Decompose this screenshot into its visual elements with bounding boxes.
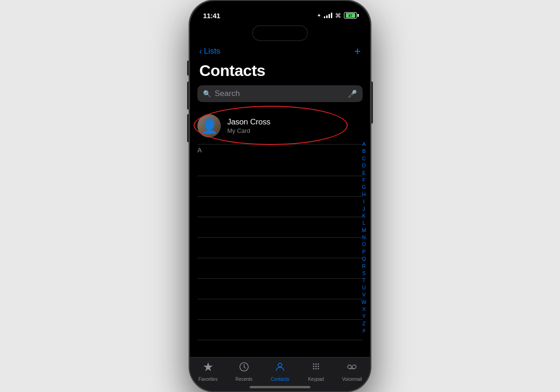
phone-frame: 11:41 ✦ ⌘ 87 [189, 0, 371, 392]
contact-subtitle: My Card [227, 127, 363, 134]
page-title: Contacts [190, 60, 370, 85]
battery-indicator: 87 [344, 12, 357, 19]
alpha-letter-O[interactable]: O [362, 241, 366, 248]
list-row [197, 299, 363, 320]
phone-wrapper: 11:41 ✦ ⌘ 87 [189, 0, 371, 392]
status-bar: 11:41 ✦ ⌘ 87 [190, 1, 370, 23]
alpha-letter-G[interactable]: G [362, 184, 366, 191]
section-header-a: A [190, 144, 370, 156]
svg-point-1 [278, 363, 282, 367]
alpha-letter-N[interactable]: N [362, 234, 366, 241]
alpha-letter-U[interactable]: U [362, 284, 366, 291]
alphabet-sidebar: ABCDEFGHIJKLMNOPQRSTUVWXYZ# [362, 141, 366, 335]
home-indicator [250, 386, 310, 388]
tab-label-favorites: Favorites [198, 377, 217, 382]
status-icons: ✦ ⌘ 87 [317, 12, 357, 19]
back-label: Lists [204, 47, 220, 56]
list-row [197, 279, 363, 299]
power-button[interactable] [371, 82, 373, 124]
alpha-letter-S[interactable]: S [362, 270, 365, 277]
contact-section: Jason Cross My Card [190, 110, 370, 142]
alpha-letter-F[interactable]: F [362, 177, 365, 184]
contact-name: Jason Cross [227, 117, 363, 127]
alpha-letter-K[interactable]: K [362, 213, 365, 220]
contact-info: Jason Cross My Card [227, 117, 363, 134]
signal-bar-3 [329, 14, 330, 18]
alpha-letter-M[interactable]: M [362, 227, 366, 234]
tab-icon-favorites [203, 361, 214, 375]
status-time: 11:41 [203, 12, 220, 20]
alpha-letter-T[interactable]: T [362, 277, 365, 284]
alpha-letter-L[interactable]: L [363, 220, 365, 227]
tab-label-keypad: Keypad [308, 377, 324, 382]
alpha-letter-Z[interactable]: Z [362, 320, 365, 327]
tab-contacts[interactable]: Contacts [266, 361, 294, 382]
tab-icon-voicemail [346, 361, 357, 375]
alpha-letter-W[interactable]: W [362, 299, 366, 306]
tab-label-voicemail: Voicemail [342, 377, 362, 382]
tab-voicemail[interactable]: Voicemail [338, 361, 366, 382]
list-row [197, 156, 363, 176]
alpha-letter-R[interactable]: R [362, 263, 366, 270]
alpha-letter-A[interactable]: A [362, 141, 365, 148]
list-items [190, 156, 370, 340]
svg-point-12 [352, 365, 356, 369]
signal-bar-2 [326, 15, 328, 18]
signal-bar-1 [324, 16, 325, 18]
svg-point-4 [318, 364, 319, 365]
battery-level: 87 [349, 14, 352, 17]
alpha-letter-P[interactable]: P [362, 248, 365, 255]
tab-keypad[interactable]: Keypad [302, 361, 330, 382]
alpha-letter-C[interactable]: C [362, 155, 366, 162]
signal-bars [324, 13, 332, 18]
svg-point-10 [318, 368, 319, 370]
chevron-left-icon: ‹ [199, 47, 202, 56]
search-bar[interactable]: 🔍 Search 🎤 [197, 85, 363, 102]
svg-point-6 [315, 366, 317, 367]
svg-point-9 [315, 368, 317, 370]
signal-bar-4 [331, 13, 332, 18]
alpha-letter-I[interactable]: I [363, 198, 364, 205]
contact-item-jason[interactable]: Jason Cross My Card [190, 110, 370, 142]
alpha-letter-J[interactable]: J [363, 206, 365, 213]
back-button[interactable]: ‹ Lists [199, 47, 220, 56]
alpha-letter-V[interactable]: V [362, 291, 365, 298]
list-row [197, 217, 363, 238]
tab-icon-keypad [310, 361, 322, 375]
nav-bar: ‹ Lists + [190, 41, 370, 60]
avatar [197, 114, 221, 138]
wifi-icon: ⌘ [335, 12, 341, 19]
alpha-letter-B[interactable]: B [362, 148, 365, 155]
list-row [197, 176, 363, 197]
svg-point-7 [318, 366, 319, 367]
list-row [197, 320, 363, 340]
tab-icon-contacts [274, 361, 286, 375]
list-row [197, 197, 363, 217]
svg-point-11 [348, 365, 351, 369]
search-icon: 🔍 [203, 90, 211, 97]
tab-icon-recents [238, 361, 250, 375]
alpha-letter-Y[interactable]: Y [362, 313, 365, 320]
list-row [197, 258, 363, 279]
alpha-letter-D[interactable]: D [362, 162, 366, 169]
svg-point-2 [313, 364, 315, 365]
tab-recents[interactable]: Recents [230, 361, 258, 382]
dynamic-island [252, 25, 308, 41]
svg-point-3 [315, 364, 317, 365]
microphone-icon[interactable]: 🎤 [348, 89, 357, 98]
add-button[interactable]: + [354, 45, 361, 58]
tab-label-recents: Recents [235, 377, 252, 382]
avatar-face [197, 114, 221, 138]
svg-point-8 [313, 368, 315, 370]
alpha-letter-#[interactable]: # [363, 327, 365, 334]
list-row [197, 238, 363, 258]
bluetooth-icon: ✦ [317, 13, 321, 19]
search-placeholder: Search [215, 89, 344, 98]
alpha-letter-H[interactable]: H [362, 191, 366, 198]
alpha-letter-Q[interactable]: Q [362, 255, 366, 262]
alpha-letter-X[interactable]: X [362, 306, 365, 313]
svg-point-5 [313, 366, 315, 367]
screen: 11:41 ✦ ⌘ 87 [190, 1, 370, 391]
alpha-letter-E[interactable]: E [362, 170, 365, 177]
tab-favorites[interactable]: Favorites [194, 361, 222, 382]
